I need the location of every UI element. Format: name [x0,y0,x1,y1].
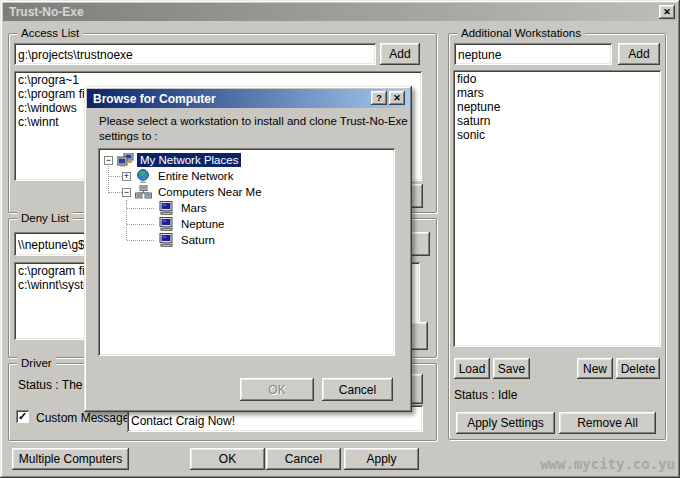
dialog-instruction-1: Please select a workstation to install a… [99,114,408,129]
tree-item-my-network-places[interactable]: − My Network Places [104,152,241,168]
access-add-button[interactable]: Add [380,43,420,65]
tree-item-label: Saturn [178,233,218,247]
main-titlebar[interactable]: Trust-No-Exe [3,3,677,21]
collapse-icon[interactable]: − [104,156,113,165]
watermark: www.mycity.co.yu [540,456,675,472]
multiple-computers-button[interactable]: Multiple Computers [12,448,129,470]
dialog-title: Browse for Computer [93,92,216,106]
list-item[interactable]: mars [453,86,661,100]
list-item[interactable]: neptune [453,100,661,114]
workstations-label: Additional Workstations [457,26,585,40]
tree-item-label: My Network Places [137,153,241,167]
list-item[interactable]: saturn [453,114,661,128]
delete-button[interactable]: Delete [616,358,660,379]
computer-icon [158,217,175,231]
custom-message-label: Custom Message [36,411,129,425]
workstation-input[interactable] [454,43,612,65]
tree-item-label: Neptune [178,217,227,231]
apply-button[interactable]: Apply [344,448,419,470]
save-button[interactable]: Save [493,358,530,379]
main-window: Trust-No-Exe ✕ Access List Add c:\progra… [0,0,680,478]
ok-button[interactable]: OK [190,448,265,470]
globe-icon [135,169,152,183]
new-button[interactable]: New [577,358,613,379]
list-item[interactable]: sonic [453,128,661,142]
workstations-status-text: Status : Idle [454,388,517,402]
tree-item-label: Entire Network [155,169,236,183]
apply-settings-button[interactable]: Apply Settings [456,412,555,434]
close-icon[interactable]: ✕ [659,5,675,19]
workstation-add-button[interactable]: Add [618,43,660,65]
computers-near-me-icon [135,185,152,199]
expand-icon[interactable]: + [122,172,131,181]
tree-item-saturn[interactable]: Saturn [154,232,218,248]
workstations-list[interactable]: fido mars neptune saturn sonic [453,70,661,347]
custom-message-checkbox[interactable]: ✓ [16,410,29,423]
tree-guide-line [108,164,109,193]
network-tree[interactable]: − My Network Places + [98,148,395,356]
remove-all-button[interactable]: Remove All [559,412,656,434]
tree-guide-line [109,176,122,177]
workstation-field-wrap [454,43,612,65]
tree-item-label: Mars [178,201,210,215]
tree-guide-line [109,192,122,193]
tree-guide-line [127,224,154,225]
list-item[interactable]: c:\progra~1 [14,73,422,87]
access-list-label: Access List [17,26,83,40]
tree-guide-line [127,208,154,209]
driver-status-text: Status : The s [18,378,92,392]
dialog-close-icon[interactable]: ✕ [389,91,405,105]
tree-item-mars[interactable]: Mars [154,200,210,216]
tree-item-neptune[interactable]: Neptune [154,216,227,232]
deny-list-label: Deny List [17,211,73,225]
load-button[interactable]: Load [454,358,490,379]
access-path-input[interactable] [14,43,376,65]
collapse-icon[interactable]: − [122,188,131,197]
access-path-field-wrap [14,43,376,65]
tree-guide-line [126,200,127,240]
dialog-instruction-2: settings to : [99,129,158,144]
tree-item-label: Computers Near Me [155,185,265,199]
list-item[interactable]: fido [453,72,661,86]
tree-item-computers-near-me[interactable]: − Computers Near Me [122,184,265,200]
check-icon: ✓ [18,410,27,423]
tree-item-entire-network[interactable]: + Entire Network [122,168,236,184]
dialog-ok-button[interactable]: OK [240,378,314,401]
dialog-cancel-button[interactable]: Cancel [322,378,393,401]
tree-guide-line [127,240,154,241]
cancel-button[interactable]: Cancel [266,448,341,470]
computer-icon [158,233,175,247]
browse-dialog: Browse for Computer ? ✕ Please select a … [84,86,412,412]
driver-label: Driver [17,356,56,370]
dialog-titlebar[interactable]: Browse for Computer [87,89,409,108]
network-places-icon [117,153,134,167]
window-title: Trust-No-Exe [9,5,84,19]
computer-icon [158,201,175,215]
help-icon[interactable]: ? [371,91,387,105]
